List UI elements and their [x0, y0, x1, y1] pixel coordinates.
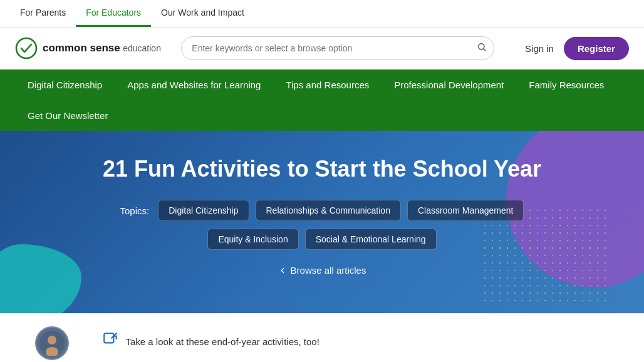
- topic-equity-inclusion[interactable]: Equity & Inclusion: [207, 229, 298, 250]
- main-nav-newsletter[interactable]: Get Our Newsletter: [15, 100, 120, 131]
- logo[interactable]: common sense education: [15, 37, 161, 59]
- search-icon: [477, 42, 487, 52]
- svg-point-0: [16, 38, 36, 58]
- svg-point-4: [48, 336, 56, 344]
- avatar-icon: [39, 331, 65, 356]
- top-nav-for-educators[interactable]: For Educators: [76, 0, 151, 27]
- top-nav: For Parents For Educators Our Work and I…: [0, 0, 644, 28]
- author-area: Christine Elgersma: [15, 326, 90, 362]
- topic-relationships-communication[interactable]: Relationships & Communication: [256, 200, 401, 221]
- promo-text: Take a look at these end-of-year activit…: [126, 336, 319, 347]
- promo-area: Take a look at these end-of-year activit…: [102, 326, 319, 356]
- header-actions: Sign in Register: [525, 37, 629, 60]
- hero-topics-row1: Topics: Digital Citizenship Relationship…: [120, 200, 524, 221]
- main-nav-family-resources[interactable]: Family Resources: [516, 70, 616, 100]
- top-nav-our-work[interactable]: Our Work and Impact: [151, 0, 254, 27]
- main-nav-apps-websites[interactable]: Apps and Websites for Learning: [115, 70, 273, 100]
- topic-digital-citizenship[interactable]: Digital Citizenship: [158, 200, 249, 221]
- main-nav: Digital Citizenship Apps and Websites fo…: [0, 70, 644, 131]
- chevron-left-icon: [278, 266, 287, 275]
- hero-section: 21 Fun Activities to Start the School Ye…: [0, 131, 644, 313]
- logo-icon: [15, 37, 38, 59]
- topics-label: Topics:: [120, 205, 150, 216]
- main-nav-professional-dev[interactable]: Professional Development: [382, 70, 516, 100]
- bottom-section: Christine Elgersma Take a look at these …: [0, 313, 644, 362]
- logo-text: common sense education: [43, 42, 161, 54]
- header: common sense education Sign in Register: [0, 28, 644, 70]
- search-bar: [181, 36, 494, 60]
- link-box-icon: [102, 331, 118, 348]
- hero-decoration-dots: [481, 207, 606, 307]
- search-input[interactable]: [181, 36, 494, 60]
- author-avatar: [35, 326, 69, 360]
- external-link-icon: [102, 331, 118, 351]
- main-nav-tips-resources[interactable]: Tips and Resources: [273, 70, 382, 100]
- topic-classroom-management[interactable]: Classroom Management: [407, 200, 524, 221]
- main-nav-digital-citizenship[interactable]: Digital Citizenship: [15, 70, 115, 100]
- hero-decoration-teal: [0, 244, 81, 313]
- top-nav-for-parents[interactable]: For Parents: [10, 0, 76, 27]
- hero-topics-row2: Equity & Inclusion Social & Emotional Le…: [207, 229, 436, 250]
- sign-in-button[interactable]: Sign in: [525, 43, 554, 54]
- main-nav-row2: Get Our Newsletter: [15, 100, 629, 131]
- topic-social-emotional[interactable]: Social & Emotional Learning: [305, 229, 437, 250]
- hero-title: 21 Fun Activities to Start the School Ye…: [103, 156, 541, 182]
- browse-all-articles-link[interactable]: Browse all articles: [278, 265, 366, 276]
- main-nav-row1: Digital Citizenship Apps and Websites fo…: [15, 70, 629, 100]
- search-button[interactable]: [477, 42, 487, 54]
- register-button[interactable]: Register: [564, 37, 629, 60]
- svg-line-2: [484, 49, 486, 51]
